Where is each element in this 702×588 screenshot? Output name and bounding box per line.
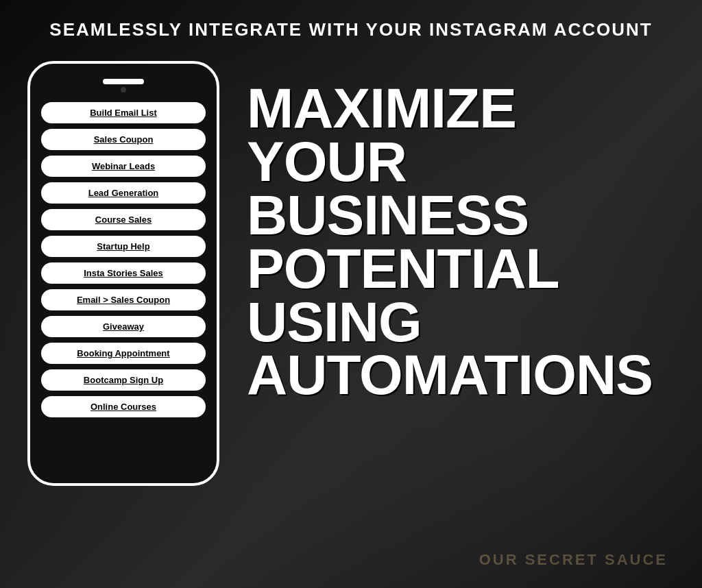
- phone-buttons-list: Build Email ListSales CouponWebinar Lead…: [41, 102, 206, 417]
- hero-line1: MAXIMIZE: [247, 82, 675, 135]
- phone-button-11[interactable]: Online Courses: [41, 396, 206, 417]
- phone-button-0[interactable]: Build Email List: [41, 102, 206, 123]
- hero-text: MAXIMIZE YOUR BUSINESS POTENTIAL USING A…: [247, 82, 675, 402]
- hero-line2: YOUR BUSINESS: [247, 135, 675, 242]
- main-area: Build Email ListSales CouponWebinar Lead…: [0, 61, 702, 486]
- phone-button-3[interactable]: Lead Generation: [41, 182, 206, 204]
- hero-line5: AUTOMATIONS: [247, 348, 675, 402]
- watermark-text: OUR SECRET SAUCE: [479, 551, 668, 569]
- hero-line4: USING: [247, 295, 675, 349]
- phone-mockup: Build Email ListSales CouponWebinar Lead…: [27, 61, 219, 486]
- content-wrapper: SEAMLESSLY INTEGRATE WITH YOUR INSTAGRAM…: [0, 0, 702, 588]
- phone-button-4[interactable]: Course Sales: [41, 209, 206, 230]
- phone-button-1[interactable]: Sales Coupon: [41, 129, 206, 150]
- phone-notch: [103, 79, 144, 84]
- header-title: SEAMLESSLY INTEGRATE WITH YOUR INSTAGRAM…: [49, 19, 652, 40]
- phone-button-5[interactable]: Startup Help: [41, 236, 206, 257]
- phone-button-9[interactable]: Booking Appointment: [41, 343, 206, 364]
- phone-button-2[interactable]: Webinar Leads: [41, 156, 206, 177]
- hero-line3: POTENTIAL: [247, 242, 675, 295]
- right-text-area: MAXIMIZE YOUR BUSINESS POTENTIAL USING A…: [247, 61, 675, 402]
- phone-button-6[interactable]: Insta Stories Sales: [41, 262, 206, 284]
- phone-button-8[interactable]: Giveaway: [41, 316, 206, 337]
- phone-camera: [121, 87, 126, 93]
- phone-button-10[interactable]: Bootcamp Sign Up: [41, 369, 206, 391]
- phone-button-7[interactable]: Email > Sales Coupon: [41, 289, 206, 310]
